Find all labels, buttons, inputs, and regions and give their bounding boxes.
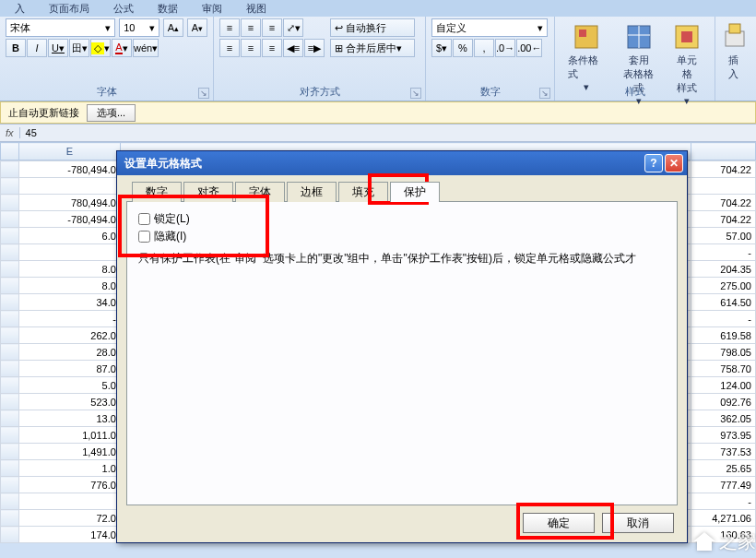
accounting-button[interactable]: $▾ (431, 39, 452, 57)
dialog-titlebar[interactable]: 设置单元格格式 ? ✕ (117, 151, 687, 175)
phonetic-button[interactable]: wén▾ (133, 39, 159, 57)
row-header[interactable] (1, 195, 19, 211)
row-header[interactable] (1, 493, 19, 510)
cell[interactable]: 614.50 (691, 294, 756, 311)
cell[interactable]: 275.00 (691, 278, 756, 294)
row-header-corner[interactable] (1, 143, 19, 160)
cell[interactable]: 798.05 (691, 344, 756, 361)
decrease-indent-button[interactable]: ◀≡ (283, 39, 303, 57)
row-header[interactable] (1, 311, 19, 327)
cell[interactable]: 092.76 (691, 394, 756, 410)
cancel-button[interactable]: 取消 (602, 513, 674, 533)
align-right-button[interactable]: ≡ (262, 39, 282, 57)
cell[interactable]: 72.0 (18, 510, 120, 527)
row-header[interactable] (1, 327, 19, 344)
cell[interactable]: - (691, 493, 756, 510)
cell[interactable]: 973.95 (691, 427, 756, 444)
cell[interactable]: 6.0 (18, 228, 120, 244)
cell[interactable] (691, 178, 756, 195)
align-center-button[interactable]: ≡ (241, 39, 261, 57)
wrap-text-button[interactable]: ↩ 自动换行 (330, 18, 415, 37)
underline-button[interactable]: U▾ (48, 39, 68, 57)
align-top-button[interactable]: ≡ (219, 18, 240, 37)
ribbon-tab[interactable]: 数据 (147, 0, 189, 17)
tab-alignment[interactable]: 对齐 (183, 182, 233, 202)
cell[interactable]: 1,011.0 (18, 427, 120, 444)
ribbon-tab[interactable]: 公式 (102, 0, 145, 17)
cell[interactable]: 8.0 (18, 278, 120, 294)
italic-button[interactable]: I (27, 39, 47, 57)
align-left-button[interactable]: ≡ (219, 39, 240, 57)
bold-button[interactable]: B (6, 39, 26, 57)
dialog-launcher-icon[interactable]: ↘ (539, 88, 550, 99)
fx-icon[interactable]: fx (0, 127, 20, 138)
row-header[interactable] (1, 161, 19, 178)
ribbon-tab[interactable]: 入 (4, 0, 36, 17)
row-header[interactable] (1, 460, 19, 477)
row-header[interactable] (1, 377, 19, 394)
row-header[interactable] (1, 427, 19, 444)
row-header[interactable] (1, 444, 19, 460)
cell[interactable]: - (691, 244, 756, 261)
cell[interactable]: 776.0 (18, 477, 120, 493)
cell[interactable] (18, 493, 120, 510)
row-header[interactable] (1, 178, 19, 195)
column-header[interactable] (691, 143, 756, 160)
dialog-launcher-icon[interactable]: ↘ (410, 88, 421, 99)
row-header[interactable] (1, 410, 19, 427)
shrink-font-button[interactable]: A▾ (187, 18, 207, 37)
options-button[interactable]: 选项... (87, 104, 136, 122)
hide-checkbox[interactable] (138, 231, 150, 243)
formula-value[interactable]: 45 (20, 127, 42, 138)
ok-button[interactable]: 确定 (523, 513, 595, 533)
cell[interactable]: 34.0 (18, 294, 120, 311)
insert-cells-button[interactable]: 插入 (721, 18, 749, 85)
lock-checkbox[interactable] (138, 213, 150, 225)
cell[interactable]: 160.63 (691, 527, 756, 543)
cell[interactable]: 8.0 (18, 261, 120, 278)
cell[interactable]: 5.0 (18, 377, 120, 394)
cell[interactable]: 780,494.0 (18, 195, 120, 211)
decrease-decimal-button[interactable]: .00← (516, 39, 542, 57)
cell[interactable]: 57.00 (691, 228, 756, 244)
orientation-button[interactable]: ⤢▾ (283, 18, 303, 37)
tab-number[interactable]: 数字 (132, 182, 182, 202)
grow-font-button[interactable]: A▴ (163, 18, 183, 37)
cell[interactable]: -780,494.0 (18, 161, 120, 178)
cell[interactable]: 362.05 (691, 410, 756, 427)
hide-checkbox-row[interactable]: 隐藏(I) (138, 229, 666, 244)
cell[interactable]: 262.0 (18, 327, 120, 344)
tab-font[interactable]: 字体 (235, 182, 285, 202)
row-header[interactable] (1, 228, 19, 244)
cell[interactable]: 1,491.0 (18, 444, 120, 460)
cell[interactable]: 704.22 (691, 211, 756, 228)
cell[interactable]: 523.0 (18, 394, 120, 410)
increase-decimal-button[interactable]: .0→ (495, 39, 515, 57)
align-middle-button[interactable]: ≡ (241, 18, 261, 37)
row-header[interactable] (1, 244, 19, 261)
cell[interactable]: 758.70 (691, 361, 756, 377)
cell[interactable] (18, 178, 120, 195)
cell[interactable]: - (691, 311, 756, 327)
cell[interactable]: - (18, 311, 120, 327)
cell[interactable]: 204.35 (691, 261, 756, 278)
ribbon-tab[interactable]: 视图 (235, 0, 278, 17)
font-name-combo[interactable]: 宋体▾ (6, 18, 115, 37)
row-header[interactable] (1, 211, 19, 228)
cell[interactable] (18, 244, 120, 261)
row-header[interactable] (1, 361, 19, 377)
help-button[interactable]: ? (644, 154, 663, 172)
cell[interactable]: 124.00 (691, 377, 756, 394)
cell[interactable]: 704.22 (691, 195, 756, 211)
cell[interactable]: 87.0 (18, 361, 120, 377)
lock-checkbox-row[interactable]: 锁定(L) (138, 211, 666, 227)
close-button[interactable]: ✕ (665, 154, 683, 172)
row-header[interactable] (1, 527, 19, 543)
merge-center-button[interactable]: ⊞ 合并后居中▾ (330, 39, 415, 57)
ribbon-tab[interactable]: 页面布局 (38, 0, 100, 17)
font-size-combo[interactable]: 10▾ (119, 18, 159, 37)
percent-button[interactable]: % (453, 39, 473, 57)
cell[interactable]: 4,271.06 (691, 510, 756, 527)
cell[interactable]: 1.0 (18, 460, 120, 477)
dialog-launcher-icon[interactable]: ↘ (198, 88, 209, 99)
